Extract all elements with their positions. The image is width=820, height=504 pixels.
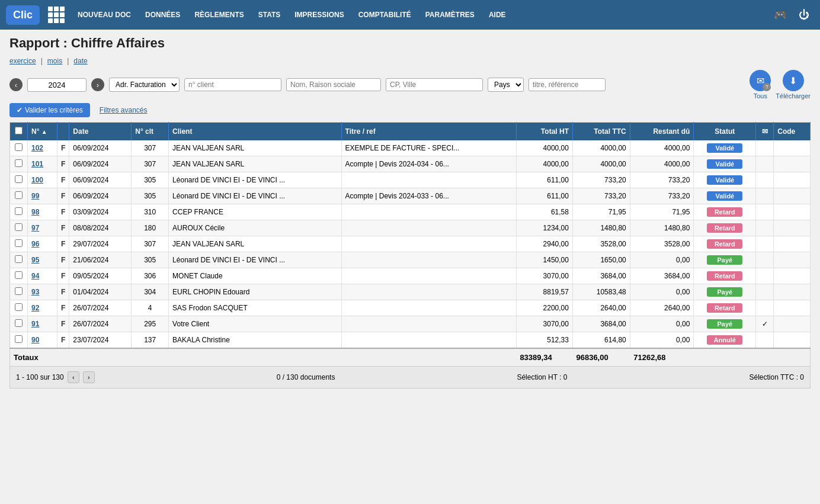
titre-ref-input[interactable] [528, 78, 606, 91]
table-row: 91 F 26/07/2024 295 Votre Client 3070,00… [10, 316, 811, 332]
doc-type-10: F [61, 304, 65, 312]
next-year-button[interactable]: › [91, 78, 104, 91]
row-checkbox-7[interactable] [15, 255, 23, 263]
sort-no-icon[interactable]: ▲ [41, 129, 47, 135]
row-statut-0: Validé [694, 140, 756, 156]
app-logo[interactable]: Clic [6, 5, 40, 25]
row-checkbox-6[interactable] [15, 239, 23, 247]
power-icon[interactable]: ⏻ [794, 7, 814, 24]
row-checkbox-1[interactable] [15, 159, 23, 167]
table-row: 98 F 03/09/2024 310 CCEP FRANCE 61,58 71… [10, 204, 811, 220]
row-restant-4: 71,95 [630, 204, 694, 220]
nav-nouveau-doc[interactable]: NOUVEAU DOC [72, 7, 137, 23]
adr-facturation-select[interactable]: Adr. Facturation [109, 78, 180, 92]
row-client-6: JEAN VALJEAN SARL [169, 236, 341, 252]
row-date-10: 26/07/2024 [69, 300, 132, 316]
tous-button[interactable]: ✉ ? Tous [749, 70, 771, 99]
row-checkbox-3[interactable] [15, 191, 23, 199]
row-restant-5: 1480,80 [630, 220, 694, 236]
doc-type-0: F [61, 144, 65, 152]
date-filter-link[interactable]: date [73, 57, 87, 65]
row-code-8 [774, 268, 811, 284]
row-ttc-12: 614,80 [572, 332, 630, 349]
cp-ville-input[interactable] [386, 78, 483, 91]
row-checkbox-11[interactable] [15, 319, 23, 327]
advanced-filters-link[interactable]: Filtres avancés [100, 106, 148, 114]
row-checkbox-0[interactable] [15, 143, 23, 151]
row-checkbox-10[interactable] [15, 303, 23, 311]
row-client-5: AUROUX Cécile [169, 220, 341, 236]
row-statut-3: Validé [694, 188, 756, 204]
row-checkbox-9[interactable] [15, 287, 23, 295]
nav-donnees[interactable]: DONNÉES [139, 7, 186, 23]
doc-link-94[interactable]: 94 [31, 272, 39, 280]
row-date-9: 01/04/2024 [69, 284, 132, 300]
row-checkbox-12[interactable] [15, 335, 23, 343]
nav-parametres[interactable]: PARAMÈTRES [419, 7, 481, 23]
doc-link-102[interactable]: 102 [31, 144, 43, 152]
row-date-11: 26/07/2024 [69, 316, 132, 332]
row-restant-7: 0,00 [630, 252, 694, 268]
row-code-11 [774, 316, 811, 332]
totals-ttc: 96836,00 [572, 348, 630, 367]
validate-checkmark-icon: ✔ [17, 106, 23, 114]
doc-link-97[interactable]: 97 [31, 224, 39, 232]
select-all-checkbox[interactable] [15, 127, 23, 134]
doc-link-95[interactable]: 95 [31, 256, 39, 264]
nav-comptabilite[interactable]: COMPTABILITÉ [353, 7, 417, 23]
row-checkbox-4[interactable] [15, 207, 23, 215]
row-restant-0: 4000,00 [630, 140, 694, 156]
doc-link-99[interactable]: 99 [31, 192, 39, 200]
exercice-filter-link[interactable]: exercice [9, 57, 36, 65]
row-titre-7 [341, 252, 516, 268]
row-check-2 [756, 172, 774, 188]
row-ht-10: 2200,00 [516, 300, 572, 316]
row-date-7: 21/06/2024 [69, 252, 132, 268]
telecharger-label: Télécharger [776, 92, 811, 99]
row-checkbox-5[interactable] [15, 223, 23, 231]
row-code-10 [774, 300, 811, 316]
row-checkbox-8[interactable] [15, 271, 23, 279]
doc-link-91[interactable]: 91 [31, 320, 39, 328]
row-ht-12: 512,33 [516, 332, 572, 349]
nav-impressions[interactable]: IMPRESSIONS [289, 7, 350, 23]
row-titre-9 [341, 284, 516, 300]
gamepad-icon[interactable]: 🎮 [769, 6, 792, 24]
doc-link-90[interactable]: 90 [31, 336, 39, 344]
year-input[interactable] [27, 78, 87, 92]
table-row: 101 F 06/09/2024 307 JEAN VALJEAN SARL A… [10, 156, 811, 172]
nav-stats[interactable]: STATS [252, 7, 287, 23]
nom-raison-input[interactable] [286, 78, 381, 91]
doc-link-96[interactable]: 96 [31, 240, 39, 248]
row-ttc-7: 1650,00 [572, 252, 630, 268]
no-client-input[interactable] [184, 78, 281, 91]
pays-select[interactable]: Pays [488, 78, 524, 92]
doc-link-100[interactable]: 100 [31, 176, 43, 184]
row-noclt-11: 295 [132, 316, 169, 332]
mois-filter-link[interactable]: mois [47, 57, 62, 65]
next-page-button[interactable]: › [83, 371, 95, 383]
doc-link-92[interactable]: 92 [31, 304, 39, 312]
doc-type-9: F [61, 288, 65, 296]
row-client-4: CCEP FRANCE [169, 204, 341, 220]
doc-type-11: F [61, 320, 65, 328]
telecharger-button[interactable]: ⬇ Télécharger [776, 70, 811, 99]
row-check-3 [756, 188, 774, 204]
row-checkbox-2[interactable] [15, 175, 23, 183]
telecharger-icon: ⬇ [783, 70, 804, 91]
doc-link-98[interactable]: 98 [31, 208, 39, 216]
row-titre-0: EXEMPLE DE FACTURE - SPECI... [341, 140, 516, 156]
row-date-5: 08/08/2024 [69, 220, 132, 236]
prev-page-button[interactable]: ‹ [68, 371, 79, 383]
doc-link-93[interactable]: 93 [31, 288, 39, 296]
table-row: 90 F 23/07/2024 137 BAKALA Christine 512… [10, 332, 811, 349]
grid-icon[interactable] [48, 7, 65, 23]
prev-year-button[interactable]: ‹ [9, 78, 23, 91]
row-ttc-4: 71,95 [572, 204, 630, 220]
validate-button[interactable]: ✔ Valider les critères [9, 103, 90, 117]
totals-label: Totaux [14, 353, 39, 362]
nav-reglements[interactable]: RÈGLEMENTS [188, 7, 249, 23]
doc-link-101[interactable]: 101 [31, 160, 43, 168]
row-titre-12 [341, 332, 516, 349]
nav-aide[interactable]: AIDE [483, 7, 512, 23]
